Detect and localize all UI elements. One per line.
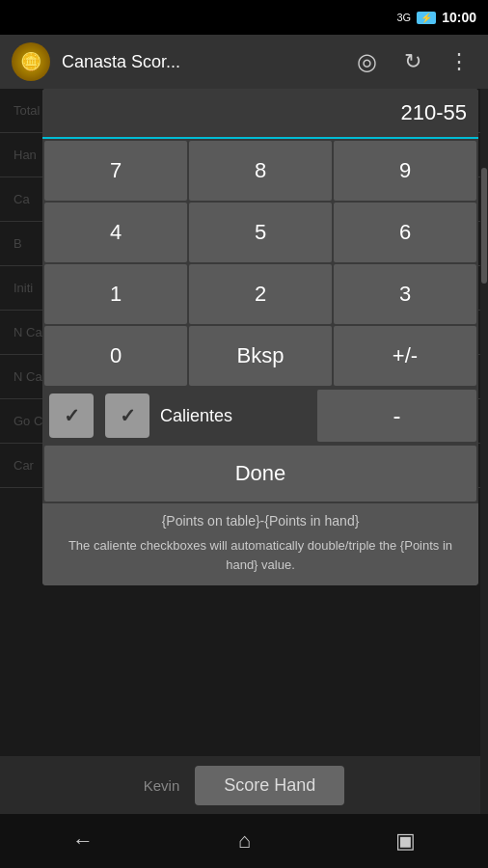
checkmark-icon-1: ✓ <box>64 404 80 427</box>
done-button[interactable]: Done <box>44 446 476 502</box>
numpad-5[interactable]: 5 <box>189 203 332 262</box>
caliente-label: Calientes <box>156 406 315 426</box>
bottom-score-area: Kevin Score Hand <box>0 756 488 814</box>
scrollbar[interactable] <box>480 89 488 814</box>
caliente-checkbox-2[interactable]: ✓ <box>105 393 149 438</box>
refresh-button[interactable]: ↻ <box>395 44 430 79</box>
numpad-display: 210-55 <box>42 89 478 139</box>
caliente-dash-button[interactable]: - <box>317 390 476 442</box>
caliente-checkbox-1[interactable]: ✓ <box>49 393 94 438</box>
numpad-8[interactable]: 8 <box>189 141 332 201</box>
numpad-backspace[interactable]: Bksp <box>189 326 332 386</box>
status-bar: 3G ⚡ 10:00 <box>0 0 488 35</box>
back-button[interactable]: ← <box>53 821 113 861</box>
numpad-display-value: 210-55 <box>400 100 467 125</box>
scrollbar-thumb <box>481 168 487 284</box>
player-name: Kevin <box>144 777 180 794</box>
target-button[interactable]: ◎ <box>349 44 384 79</box>
battery-icon: ⚡ <box>417 12 436 24</box>
numpad-0[interactable]: 0 <box>44 326 187 386</box>
numpad-7[interactable]: 7 <box>44 141 187 201</box>
signal-icon: 3G <box>397 12 412 23</box>
nav-bar: ← ⌂ ▣ <box>0 814 488 868</box>
numpad-4[interactable]: 4 <box>44 203 187 262</box>
info-formula: {Points on table}-{Points in hand} <box>58 513 463 529</box>
numpad-1[interactable]: 1 <box>44 264 187 324</box>
numpad-6[interactable]: 6 <box>334 203 476 262</box>
clock: 10:00 <box>442 10 476 25</box>
numpad-dialog: 210-55 7 8 9 4 5 6 1 2 3 0 Bksp +/- ✓ ✓ … <box>42 89 478 585</box>
done-row: Done <box>42 444 478 503</box>
refresh-icon: ↻ <box>404 49 421 74</box>
numpad-plus-minus[interactable]: +/- <box>334 326 476 386</box>
home-button[interactable]: ⌂ <box>219 821 270 861</box>
checkmark-icon-2: ✓ <box>120 404 136 427</box>
app-logo: 🪙 <box>12 42 50 81</box>
target-icon: ◎ <box>357 48 377 75</box>
logo-icon: 🪙 <box>20 51 41 72</box>
numpad-3[interactable]: 3 <box>334 264 476 324</box>
info-description: The caliente checkboxes will automatical… <box>58 536 463 574</box>
numpad-grid: 7 8 9 4 5 6 1 2 3 0 Bksp +/- <box>42 139 478 388</box>
app-toolbar: 🪙 Canasta Scor... ◎ ↻ ⋮ <box>0 35 488 89</box>
toolbar-title: Canasta Scor... <box>62 52 338 72</box>
overflow-menu-button[interactable]: ⋮ <box>442 44 476 79</box>
recents-button[interactable]: ▣ <box>376 821 435 861</box>
score-hand-button[interactable]: Score Hand <box>195 766 344 805</box>
overflow-icon: ⋮ <box>448 49 470 74</box>
info-area: {Points on table}-{Points in hand} The c… <box>42 503 478 585</box>
numpad-9[interactable]: 9 <box>334 141 476 201</box>
numpad-2[interactable]: 2 <box>189 264 332 324</box>
home-icon: ⌂ <box>238 828 251 853</box>
recents-icon: ▣ <box>395 828 416 853</box>
back-icon: ← <box>72 828 94 853</box>
caliente-row: ✓ ✓ Calientes - <box>42 388 478 444</box>
